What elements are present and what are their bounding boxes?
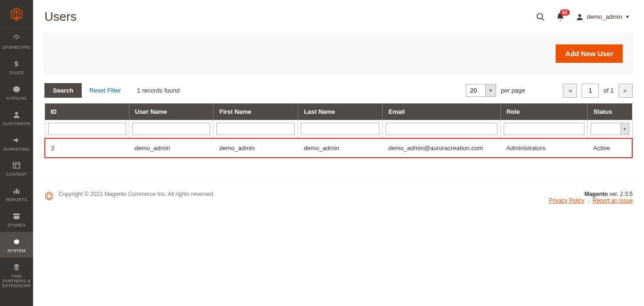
- nav-label: CUSTOMERS: [2, 122, 30, 127]
- nav-customers[interactable]: CUSTOMERS: [0, 105, 33, 130]
- nav-partners[interactable]: FIND PARTNERS & EXTENSIONS: [0, 257, 33, 292]
- sidebar: DASHBOARD $ SALES CATALOG CUSTOMERS MARK…: [0, 0, 33, 306]
- nav-label: REPORTS: [6, 198, 27, 203]
- search-icon: [536, 12, 545, 22]
- product-name: Magento: [584, 191, 608, 197]
- filter-username-input[interactable]: [132, 123, 211, 135]
- filter-id-input[interactable]: [48, 123, 126, 135]
- search-button[interactable]: Search: [44, 83, 82, 98]
- person-icon: [11, 110, 22, 120]
- nav-reports[interactable]: REPORTS: [0, 181, 33, 206]
- nav-label: STORES: [8, 223, 26, 228]
- page-title: Users: [44, 9, 536, 24]
- svg-rect-7: [18, 190, 19, 194]
- cell-email: demo_admin@auroracreation.com: [383, 138, 501, 158]
- dollar-icon: $: [11, 59, 22, 69]
- copyright-text: Copyright © 2021 Magento Commerce Inc. A…: [59, 191, 215, 197]
- svg-text:$: $: [15, 60, 19, 68]
- layout-icon: [11, 160, 22, 170]
- nav-sales[interactable]: $ SALES: [0, 54, 33, 79]
- action-bar: Add New User: [44, 34, 633, 74]
- per-page-select[interactable]: ▼: [466, 84, 496, 97]
- page-header: Users 62 demo_admin ▼: [33, 0, 644, 34]
- caret-down-icon: ▼: [625, 14, 630, 19]
- page-input[interactable]: [582, 84, 599, 98]
- report-issue-link[interactable]: Report an Issue: [592, 197, 633, 204]
- nav-system[interactable]: SYSTEM: [0, 232, 33, 257]
- nav-marketing[interactable]: MARKETING: [0, 130, 33, 156]
- column-header-firstname[interactable]: First Name: [214, 103, 298, 120]
- user-menu[interactable]: demo_admin ▼: [575, 13, 630, 21]
- users-grid: ID User Name↓ First Name Last Name Email…: [44, 103, 633, 158]
- cell-firstname: demo_admin: [214, 138, 298, 158]
- cell-role: Administrators: [500, 138, 587, 158]
- dashboard-icon: [11, 33, 22, 43]
- cell-status: Active: [587, 138, 632, 158]
- chevron-down-icon: ▼: [620, 123, 629, 135]
- sort-desc-icon: ↓: [207, 108, 210, 114]
- svg-point-10: [578, 14, 581, 17]
- nav-label: SYSTEM: [8, 249, 26, 254]
- column-header-lastname[interactable]: Last Name: [298, 103, 383, 120]
- add-new-user-button[interactable]: Add New User: [556, 44, 623, 63]
- megaphone-icon: [11, 135, 22, 145]
- per-page-input[interactable]: [466, 85, 485, 96]
- chevron-down-icon[interactable]: ▼: [485, 85, 496, 96]
- nav-content[interactable]: CONTENT: [0, 155, 33, 181]
- svg-line-9: [541, 18, 544, 20]
- column-header-email[interactable]: Email: [383, 103, 501, 120]
- grid-toolbar: Search Reset Filter 1 records found ▼ pe…: [44, 83, 633, 98]
- cell-id: 2: [45, 138, 129, 158]
- svg-rect-2: [13, 162, 20, 168]
- records-found-label: 1 records found: [137, 87, 180, 94]
- store-icon: [11, 211, 22, 221]
- cell-username: demo_admin: [129, 138, 214, 158]
- version-label: ver. 2.3.5: [608, 191, 633, 197]
- nav-dashboard[interactable]: DASHBOARD: [0, 28, 33, 54]
- nav-label: CONTENT: [6, 172, 27, 177]
- filter-row: ▼: [45, 120, 632, 138]
- per-page-label: per page: [501, 87, 525, 94]
- chart-icon: [11, 186, 22, 196]
- svg-rect-6: [16, 189, 17, 194]
- of-pages-label: of 1: [603, 87, 614, 94]
- notification-badge: 62: [560, 9, 570, 16]
- filter-lastname-input[interactable]: [301, 123, 379, 135]
- nav-label: FIND PARTNERS & EXTENSIONS: [1, 274, 32, 289]
- search-button[interactable]: [536, 12, 545, 22]
- filter-email-input[interactable]: [386, 123, 498, 135]
- privacy-policy-link[interactable]: Privacy Policy: [549, 197, 584, 204]
- table-row[interactable]: 2 demo_admin demo_admin demo_admin demo_…: [45, 138, 632, 158]
- nav-label: MARKETING: [3, 147, 29, 152]
- magento-footer-logo: [44, 191, 54, 203]
- column-header-status[interactable]: Status: [587, 103, 632, 120]
- cell-lastname: demo_admin: [298, 138, 383, 158]
- page-footer: Copyright © 2021 Magento Commerce Inc. A…: [44, 181, 633, 213]
- nav-label: DASHBOARD: [3, 45, 31, 50]
- box-icon: [11, 84, 22, 94]
- reset-filter-link[interactable]: Reset Filter: [89, 87, 120, 94]
- column-header-id[interactable]: ID: [45, 103, 129, 120]
- svg-rect-5: [14, 191, 15, 194]
- nav-catalog[interactable]: CATALOG: [0, 79, 33, 105]
- username-label: demo_admin: [587, 13, 622, 20]
- column-header-role[interactable]: Role: [500, 103, 587, 120]
- magento-logo[interactable]: [0, 0, 33, 28]
- nav-label: SALES: [9, 71, 24, 76]
- column-header-username[interactable]: User Name↓: [129, 103, 214, 120]
- user-icon: [575, 13, 584, 21]
- nav-stores[interactable]: STORES: [0, 206, 33, 232]
- svg-point-1: [15, 112, 18, 115]
- filter-status-select[interactable]: ▼: [591, 123, 629, 135]
- gear-icon: [11, 237, 22, 247]
- svg-point-8: [537, 13, 542, 19]
- nav-label: CATALOG: [6, 96, 26, 101]
- filter-role-input[interactable]: [504, 123, 584, 135]
- next-page-button[interactable]: ►: [618, 84, 633, 98]
- notifications-button[interactable]: 62: [556, 12, 565, 22]
- extensions-icon: [11, 262, 22, 272]
- filter-firstname-input[interactable]: [216, 123, 295, 135]
- prev-page-button[interactable]: ◄: [563, 84, 577, 98]
